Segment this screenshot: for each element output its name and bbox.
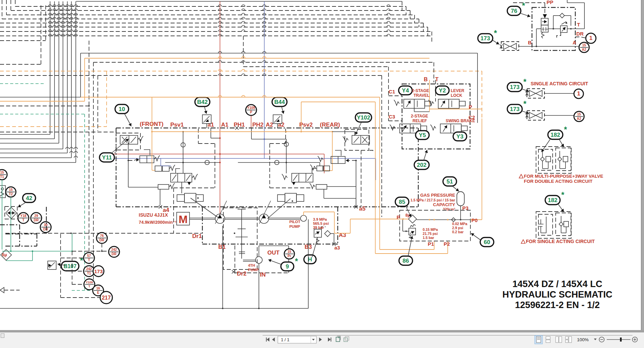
- svg-text:RELIEF: RELIEF: [413, 118, 427, 123]
- svg-text:T: T: [435, 77, 439, 82]
- svg-text:P: P: [250, 110, 252, 114]
- svg-text:60: 60: [484, 239, 490, 245]
- svg-text:3.9 MPa: 3.9 MPa: [313, 217, 327, 221]
- svg-text:Y109: Y109: [86, 281, 93, 284]
- svg-text:B42: B42: [197, 99, 207, 105]
- svg-text:Pr: Pr: [288, 254, 291, 258]
- svg-text:2-STAGE: 2-STAGE: [412, 88, 429, 93]
- svg-text:PUMP: PUMP: [289, 224, 300, 229]
- svg-text:182: 182: [551, 132, 560, 138]
- svg-text:T1: T1: [0, 175, 4, 179]
- svg-text:*: *: [494, 29, 497, 38]
- svg-text:P2: P2: [444, 241, 450, 247]
- svg-text:320cm³: 320cm³: [443, 207, 456, 211]
- svg-text:173: 173: [481, 35, 490, 42]
- svg-text:242: 242: [111, 248, 117, 252]
- svg-text:T1: T1: [87, 271, 91, 275]
- svg-text:182: 182: [548, 197, 557, 203]
- svg-text:IN: IN: [260, 271, 266, 278]
- svg-text:DR: DR: [34, 218, 39, 222]
- svg-text:Y11: Y11: [102, 154, 112, 161]
- svg-text:1.5 bar: 1.5 bar: [423, 236, 434, 240]
- svg-text:173: 173: [94, 268, 103, 274]
- svg-text:B: B: [528, 40, 532, 45]
- svg-text:Dr1: Dr1: [192, 233, 202, 239]
- svg-text:A3: A3: [339, 232, 346, 238]
- svg-text:15: 15: [0, 171, 4, 174]
- svg-text:12596221-2 EN - 1/2: 12596221-2 EN - 1/2: [515, 300, 600, 310]
- svg-text:CAPACITY: CAPACITY: [433, 202, 456, 207]
- svg-text:A2: A2: [266, 122, 273, 128]
- svg-text:A1: A1: [221, 122, 228, 128]
- svg-text:*: *: [522, 1, 525, 10]
- svg-text:DR: DR: [43, 227, 48, 231]
- svg-text:0.15 MPa: 0.15 MPa: [423, 227, 438, 232]
- svg-text:51: 51: [447, 178, 453, 185]
- svg-text:Y2: Y2: [439, 87, 446, 94]
- svg-text:Dr2: Dr2: [237, 270, 246, 277]
- svg-text:4TH: 4TH: [248, 263, 255, 267]
- svg-text:1: 1: [589, 35, 592, 41]
- svg-text:42: 42: [26, 195, 32, 201]
- svg-text:M: M: [179, 213, 188, 225]
- svg-text:Y18: Y18: [20, 214, 26, 218]
- svg-text:9: 9: [286, 263, 289, 270]
- svg-text:15: 15: [287, 250, 291, 254]
- svg-text:15: 15: [577, 112, 581, 116]
- svg-text:Y102: Y102: [357, 114, 370, 121]
- svg-text:*: *: [80, 256, 83, 265]
- svg-text:1: 1: [577, 90, 580, 97]
- svg-text:PP: PP: [547, 0, 553, 5]
- svg-text:P0: P0: [471, 217, 478, 223]
- svg-text:a3: a3: [334, 245, 340, 251]
- svg-text:173: 173: [510, 106, 519, 112]
- svg-text:P1: P1: [428, 241, 434, 247]
- svg-text:Y109: Y109: [247, 106, 255, 110]
- svg-text:Y5: Y5: [419, 132, 426, 138]
- svg-text:PH1: PH1: [234, 122, 245, 128]
- svg-text:2-STAGE: 2-STAGE: [411, 114, 428, 118]
- svg-text:A2: A2: [577, 117, 581, 121]
- svg-text:PH2: PH2: [252, 122, 263, 128]
- svg-text:B1: B1: [218, 244, 226, 250]
- svg-text:A2: A2: [582, 48, 586, 51]
- svg-text:E: E: [97, 291, 99, 295]
- svg-text:T: T: [88, 258, 90, 262]
- svg-text:T2: T2: [9, 192, 13, 196]
- svg-text:A: A: [573, 40, 576, 45]
- svg-text:T: T: [88, 285, 90, 288]
- svg-text:FOR SINGLE ACTING CIRCUIT: FOR SINGLE ACTING CIRCUIT: [526, 239, 595, 244]
- svg-text:6µ: 6µ: [2, 252, 7, 257]
- svg-text:*: *: [564, 125, 567, 134]
- svg-text:86: 86: [403, 258, 409, 264]
- svg-text:16: 16: [96, 286, 100, 290]
- svg-text:PILOT: PILOT: [289, 220, 301, 224]
- svg-text:DR: DR: [576, 31, 584, 37]
- svg-text:565.5 psi: 565.5 psi: [313, 221, 329, 225]
- svg-text:Y3: Y3: [457, 133, 464, 140]
- svg-text:1 / 1: 1 / 1: [281, 337, 289, 342]
- svg-text:a5: a5: [359, 205, 365, 212]
- svg-text:DR: DR: [99, 238, 105, 242]
- svg-text:10: 10: [119, 106, 125, 112]
- svg-text:Psv1: Psv1: [170, 122, 184, 128]
- svg-text:2.9 psi: 2.9 psi: [452, 226, 463, 230]
- svg-text:1.5 MPa / 217.5 psi / 15 bar: 1.5 MPa / 217.5 psi / 15 bar: [410, 198, 455, 202]
- svg-text:100%: 100%: [577, 337, 589, 342]
- svg-text:FOR MULTI-PURPOSE+3WAY VALVE: FOR MULTI-PURPOSE+3WAY VALVE: [524, 174, 603, 179]
- svg-text:FOR DOUBLE ACTING CIRCUIT: FOR DOUBLE ACTING CIRCUIT: [524, 179, 593, 184]
- svg-text:76: 76: [511, 8, 517, 14]
- svg-text:HYDRAULIC SCHEMATIC: HYDRAULIC SCHEMATIC: [503, 289, 613, 300]
- svg-text:OUT: OUT: [267, 249, 280, 256]
- svg-text:C1: C1: [388, 89, 395, 94]
- svg-text:*: *: [295, 257, 298, 266]
- svg-text:85: 85: [399, 199, 405, 205]
- svg-text:145X4 DZ / 145X4 LC: 145X4 DZ / 145X4 LC: [512, 279, 602, 289]
- svg-text:TRAVEL: TRAVEL: [414, 93, 429, 98]
- svg-text:0.2 bar: 0.2 bar: [452, 230, 464, 234]
- svg-text:15: 15: [582, 43, 586, 47]
- svg-text:DR: DR: [112, 252, 117, 256]
- svg-text:242: 242: [86, 267, 92, 271]
- svg-text:*: *: [524, 100, 527, 108]
- svg-text:a4: a4: [163, 207, 169, 213]
